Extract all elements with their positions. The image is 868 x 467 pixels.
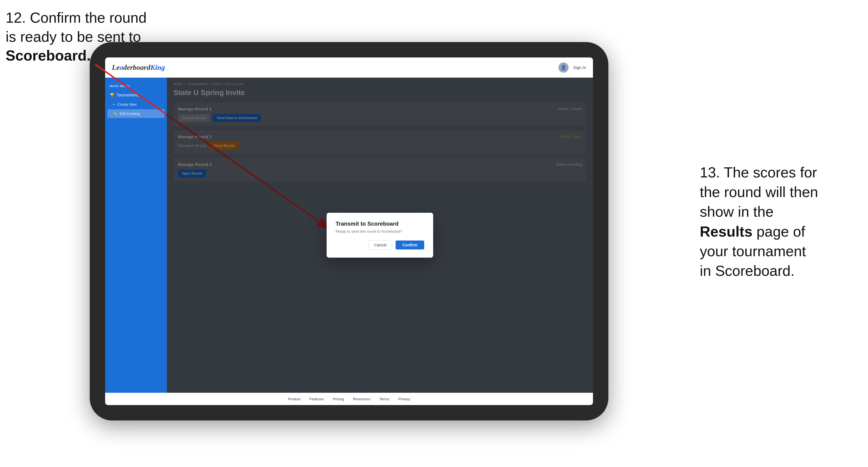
user-avatar-icon: 👤	[558, 63, 568, 72]
modal-title: Transmit to Scoreboard	[336, 221, 424, 227]
sidebar-sub-item-edit-existing[interactable]: ✏️ Edit Existing	[107, 109, 164, 118]
annotation-right: 13. The scores forthe round will thensho…	[700, 163, 862, 281]
footer-link-privacy[interactable]: Privacy	[398, 397, 410, 401]
modal-subtitle: Ready to send this round to Scoreboard?	[336, 229, 424, 234]
content-area: Home > Tournaments > State U Spring Invi…	[167, 77, 593, 393]
transmit-modal: Transmit to Scoreboard Ready to send thi…	[327, 213, 433, 258]
modal-confirm-button[interactable]: Confirm	[396, 241, 424, 249]
footer-link-product[interactable]: Product	[288, 397, 301, 401]
app-footer: Product Features Pricing Resources Terms…	[105, 393, 593, 405]
tablet-screen: LeaderboardKing 👤 Sign In MAIN MENU 🏆 To…	[105, 58, 593, 405]
sidebar: MAIN MENU 🏆 Tournaments + Create New ✏️ …	[105, 77, 167, 393]
plus-icon: +	[113, 102, 115, 106]
main-layout: MAIN MENU 🏆 Tournaments + Create New ✏️ …	[105, 77, 593, 393]
sidebar-sub-item-create-new[interactable]: + Create New	[105, 100, 167, 109]
sidebar-item-tournaments[interactable]: 🏆 Tournaments	[105, 90, 167, 100]
annotation-top-left: 12. Confirm the round is ready to be sen…	[6, 8, 147, 65]
footer-link-resources[interactable]: Resources	[353, 397, 370, 401]
main-menu-label: MAIN MENU	[105, 82, 167, 90]
trophy-icon: 🏆	[110, 93, 114, 97]
sign-in-button[interactable]: Sign In	[573, 65, 586, 70]
footer-link-features[interactable]: Features	[310, 397, 324, 401]
tablet: LeaderboardKing 👤 Sign In MAIN MENU 🏆 To…	[90, 42, 609, 421]
edit-icon: ✏️	[113, 112, 118, 116]
modal-overlay: Transmit to Scoreboard Ready to send thi…	[167, 77, 593, 393]
header-right: 👤 Sign In	[558, 63, 586, 72]
footer-link-pricing[interactable]: Pricing	[333, 397, 344, 401]
footer-link-terms[interactable]: Terms	[379, 397, 389, 401]
app-header: LeaderboardKing 👤 Sign In	[105, 58, 593, 77]
modal-cancel-button[interactable]: Cancel	[368, 240, 393, 250]
modal-actions: Cancel Confirm	[336, 240, 424, 250]
